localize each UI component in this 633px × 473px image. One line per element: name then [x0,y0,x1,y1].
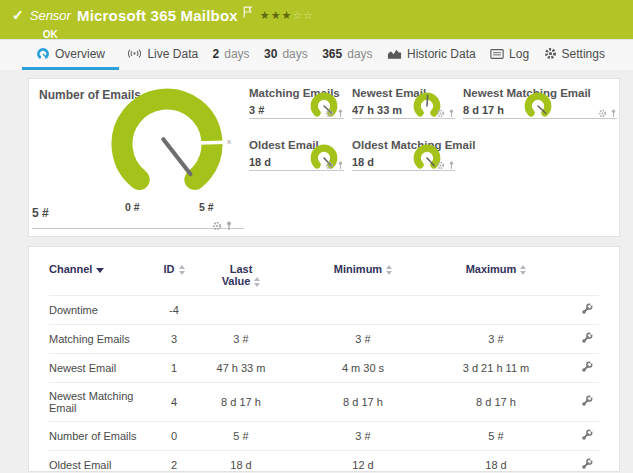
tab-label: days [282,47,307,61]
channel-maximum [433,296,559,325]
gauge-value: 3 # [249,104,264,116]
historic-data-icon [387,48,402,60]
wrench-icon[interactable] [581,305,593,317]
column-header-minimum[interactable]: Minimum [293,253,433,296]
wrench-icon[interactable] [581,460,593,472]
tab-label-number: 365 [322,47,342,61]
channel-id: 2 [159,451,189,473]
tab-365-days[interactable]: 365 days [316,40,378,70]
channel-last-value: 3 # [189,325,293,354]
gear-icon[interactable] [325,104,334,122]
table-row-matching-emails[interactable]: Matching Emails 3 3 # 3 # 3 # [49,325,599,354]
tab-30-days[interactable]: 30 days [258,40,314,70]
small-gauges-grid: Matching Emails 3 # Newest Email [249,87,617,171]
page-title: Microsoft 365 Mailbox [77,7,238,25]
table-row-number-of-emails[interactable]: Number of Emails 0 5 # 3 # 5 # [49,422,599,451]
table-row-newest-email[interactable]: Newest Email 1 47 h 33 m 4 m 30 s 3 d 21… [49,354,599,383]
table-row-newest-matching-email[interactable]: Newest Matching Email 4 8 d 17 h 8 d 17 … [49,383,599,422]
wrench-icon[interactable] [581,363,593,375]
channel-name: Downtime [49,296,159,325]
channel-minimum [293,296,433,325]
sort-icon [386,265,392,275]
tab-2-days[interactable]: 2 days [207,40,256,70]
overview-content: Number of Emails x 0 # 5 # 5 # [0,70,633,472]
pin-icon[interactable] [448,156,455,174]
settings-icon [544,47,557,60]
gauge-tile-newest-matching-email[interactable]: Newest Matching Email 8 d 17 h [463,87,617,119]
gear-icon[interactable] [436,156,445,174]
channel-table-panel: Channel ID LastValue Minimum Maximum Dow… [28,246,620,472]
channel-maximum: 3 # [433,325,559,354]
gauges-panel: Number of Emails x 0 # 5 # 5 # [28,78,620,237]
log-icon [490,48,504,60]
gauge-tile-matching-emails[interactable]: Matching Emails 3 # [249,87,344,119]
object-kind-label: Sensor [30,7,71,25]
tab-log[interactable]: Log [484,40,535,70]
sensor-header: ✓ Sensor Microsoft 365 Mailbox ★★★☆☆ OK [0,0,633,40]
tab-label-number: 30 [264,47,277,61]
tab-bar: Overview Live Data 2 days 30 days 365 da… [0,40,633,70]
channel-last-value: 5 # [189,422,293,451]
tab-historic-data[interactable]: Historic Data [381,40,482,70]
column-header-last-value[interactable]: LastValue [189,253,293,296]
priority-flag-icon[interactable] [243,4,252,22]
tab-label: days [347,47,372,61]
column-header-maximum[interactable]: Maximum [433,253,559,296]
pin-icon[interactable] [337,104,344,122]
channel-minimum: 3 # [293,325,433,354]
gauge-value: 8 d 17 h [463,104,504,116]
stars-empty: ☆☆ [292,9,314,21]
channel-id: 3 [159,325,189,354]
tab-live-data[interactable]: Live Data [121,40,204,70]
sort-desc-icon [96,268,104,273]
wrench-icon[interactable] [581,397,593,409]
main-gauge: x [105,87,239,205]
sort-icon [520,265,526,275]
sort-icon [179,265,185,275]
channel-name: Newest Matching Email [49,383,159,422]
gauge-tile-newest-email[interactable]: Newest Email 47 h 33 m [352,87,455,119]
pin-icon[interactable] [610,104,617,122]
gauge-tile-number-of-emails[interactable]: Number of Emails x 0 # 5 # 5 # [29,79,247,236]
tab-overview[interactable]: Overview [22,40,119,70]
channel-name: Newest Email [49,354,159,383]
channel-id: 0 [159,422,189,451]
priority-stars[interactable]: ★★★☆☆ [260,6,314,24]
channel-maximum: 18 d [433,451,559,473]
wrench-icon[interactable] [581,431,593,443]
channel-minimum: 3 # [293,422,433,451]
pin-icon[interactable] [448,104,455,122]
channel-minimum: 8 d 17 h [293,383,433,422]
gear-icon[interactable] [598,104,607,122]
column-header-channel[interactable]: Channel [49,253,159,296]
tab-label: Overview [55,47,105,61]
tab-settings[interactable]: Settings [538,40,611,70]
gauge-limit-marker: x [227,137,231,146]
empty-tile [463,139,617,171]
gauge-icon [36,47,50,61]
channel-maximum: 5 # [433,422,559,451]
gauge-tile-oldest-email[interactable]: Oldest Email 18 d [249,139,344,171]
status-badge: OK [43,29,314,40]
prtg-sensor-page: ✓ Sensor Microsoft 365 Mailbox ★★★☆☆ OK … [0,0,633,473]
tab-label-number: 2 [213,47,220,61]
table-header-row: Channel ID LastValue Minimum Maximum [49,253,599,296]
channel-last-value: 8 d 17 h [189,383,293,422]
small-gauge [521,90,555,122]
gear-icon[interactable] [212,217,222,235]
channel-id: 1 [159,354,189,383]
gauge-scale-max: 5 # [199,201,214,213]
tab-label: Log [509,47,529,61]
table-row-oldest-email[interactable]: Oldest Email 2 18 d 12 d 18 d [49,451,599,473]
column-header-actions [559,253,599,296]
table-row-downtime[interactable]: Downtime -4 [49,296,599,325]
pin-icon[interactable] [225,217,233,235]
gear-icon[interactable] [325,156,334,174]
gauge-value: 5 # [32,206,49,220]
channel-name: Number of Emails [49,422,159,451]
column-header-id[interactable]: ID [159,253,189,296]
gear-icon[interactable] [436,104,445,122]
wrench-icon[interactable] [581,334,593,346]
gauge-tile-oldest-matching-email[interactable]: Oldest Matching Email 18 d [352,139,455,171]
pin-icon[interactable] [337,156,344,174]
